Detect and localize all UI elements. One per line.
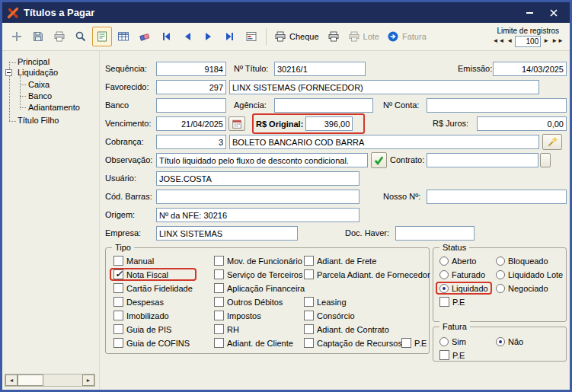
checkbox-adiant-de-cliente[interactable]: Adiant. de Cliente: [214, 338, 305, 348]
cobranca-code-field[interactable]: [156, 135, 226, 149]
clear-button[interactable]: [135, 27, 155, 46]
tree-item-caixa[interactable]: Caixa: [28, 80, 50, 90]
titulo-form: Sequência: Nº Título: Emissão: Favorecid…: [100, 51, 570, 390]
nav-prev-button[interactable]: [177, 27, 197, 46]
nav-first-button[interactable]: [156, 27, 176, 46]
nosso-num-field[interactable]: [427, 190, 567, 204]
radio-fatura-nao[interactable]: Não: [496, 336, 523, 346]
checkbox-guia-de-cofins[interactable]: Guia de COFINS: [113, 338, 193, 348]
checkbox-impostos[interactable]: Impostos: [214, 311, 305, 320]
limit-first-icon[interactable]: [492, 38, 504, 44]
vencimento-field[interactable]: [156, 116, 226, 131]
limit-input[interactable]: [515, 36, 541, 47]
radio-negociado[interactable]: Negociado: [496, 283, 563, 293]
minimize-button[interactable]: [519, 6, 539, 20]
favorecido-name-field[interactable]: [229, 80, 539, 94]
tree-item-banco[interactable]: Banco: [28, 91, 52, 101]
doc-haver-field[interactable]: [395, 226, 475, 241]
checkbox-box: [439, 297, 449, 307]
tree-item-liquidacao[interactable]: Liquidação: [18, 68, 58, 78]
tree-item-titulo-filho[interactable]: Título Filho: [18, 116, 59, 126]
checkbox-tipo-pe[interactable]: P.E: [401, 338, 427, 348]
origem-field[interactable]: [156, 208, 359, 222]
checkbox-cartao-fidelidade[interactable]: Cartão Fidelidade: [113, 283, 193, 293]
original-field[interactable]: [305, 116, 353, 131]
checkbox-aplicacao-financeira[interactable]: Aplicação Financeira: [214, 283, 305, 293]
empresa-field[interactable]: [156, 226, 298, 241]
contrato-field[interactable]: [427, 153, 538, 167]
banco-field[interactable]: [156, 98, 226, 113]
limit-last-icon[interactable]: [551, 38, 564, 44]
print-preview-button[interactable]: [50, 27, 69, 46]
cod-barras-field[interactable]: [156, 190, 359, 204]
tree-item-adiantamento[interactable]: Adiantamento: [28, 103, 80, 113]
checkbox-manual[interactable]: Manual: [113, 256, 193, 266]
new-button[interactable]: [7, 27, 27, 46]
titulo-form-view-button[interactable]: [92, 27, 112, 46]
checkbox-despesas[interactable]: Despesas: [113, 297, 193, 307]
cobranca-name-field[interactable]: [229, 135, 539, 149]
juros-field[interactable]: [477, 116, 567, 131]
emissao-field[interactable]: [493, 62, 567, 76]
checkbox-fatura-pe[interactable]: P.E: [439, 350, 466, 360]
scroll-left-icon[interactable]: [5, 374, 18, 386]
checkbox-mov-de-funcionario[interactable]: Mov. de Funcionário: [214, 256, 305, 266]
checkbox-adiant-de-contrato[interactable]: Adiant. de Contrato: [304, 324, 430, 334]
print-button[interactable]: [324, 27, 344, 46]
favorecido-code-field[interactable]: [156, 80, 226, 94]
usuario-field[interactable]: [156, 171, 359, 186]
records-button[interactable]: [241, 27, 261, 46]
grid-view-button[interactable]: [113, 27, 133, 46]
limit-prev-icon[interactable]: [506, 38, 513, 44]
checkbox-imobilizado[interactable]: Imobilizado: [113, 311, 193, 320]
checkbox-parcela-adiant-de-fornecedor[interactable]: Parcela Adiant. de Fornecedor: [304, 269, 430, 279]
checkbox-consorcio[interactable]: Consórcio: [304, 311, 430, 320]
radio-liquidado-lote[interactable]: Liquidado Lote: [496, 269, 563, 279]
nav-next-button[interactable]: [199, 27, 219, 46]
checkbox-outros-debitos[interactable]: Outros Débitos: [214, 297, 305, 307]
nav-last-button[interactable]: [220, 27, 240, 46]
collapse-icon[interactable]: [5, 69, 12, 76]
radio-bloqueado[interactable]: Bloqueado: [496, 256, 563, 266]
checkbox-rh[interactable]: RH: [214, 324, 305, 334]
sequencia-field[interactable]: [156, 62, 226, 76]
observacao-confirm-button[interactable]: [371, 152, 387, 168]
num-conta-label: Nº Conta:: [383, 98, 419, 113]
lote-button[interactable]: Lote: [345, 27, 382, 46]
num-titulo-label: Nº Título:: [234, 62, 268, 76]
checkbox-adiant-de-frete[interactable]: Adiant. de Frete: [304, 256, 430, 266]
fatura-button[interactable]: Fatura: [384, 27, 430, 46]
radio-faturado[interactable]: Faturado: [439, 269, 488, 279]
checkbox-box: [439, 350, 449, 360]
horizontal-scrollbar[interactable]: [5, 374, 95, 387]
radio-fatura-sim[interactable]: Sim: [439, 336, 466, 346]
checkbox-guia-de-pis[interactable]: Guia de PIS: [113, 324, 193, 334]
fatura-title: Fatura: [439, 321, 470, 332]
checkbox-box: [214, 256, 224, 266]
cheque-button[interactable]: Cheque: [271, 27, 322, 46]
checkbox-nota-fiscal[interactable]: Nota Fiscal: [111, 269, 195, 279]
tree-item-principal[interactable]: Principal: [18, 57, 50, 67]
search-button[interactable]: [71, 27, 91, 46]
checkbox-servico-de-terceiros[interactable]: Serviço de Terceiros: [214, 269, 305, 279]
contrato-lookup-button[interactable]: [540, 153, 551, 167]
cobranca-wizard-button[interactable]: [542, 134, 562, 150]
close-button[interactable]: [544, 6, 564, 20]
radio-aberto[interactable]: Aberto: [439, 256, 488, 266]
limit-next-icon[interactable]: [543, 38, 549, 44]
contrato-label: Contrato:: [390, 153, 424, 167]
num-conta-field[interactable]: [427, 98, 567, 113]
scrollbar-track[interactable]: [43, 374, 82, 386]
scroll-right-icon[interactable]: [82, 374, 94, 386]
calendar-button[interactable]: [228, 116, 245, 131]
close-icon: [548, 8, 559, 18]
checkbox-status-pe[interactable]: P.E: [439, 297, 488, 307]
scrollbar-thumb[interactable]: [18, 374, 43, 386]
checkbox-leasing[interactable]: Leasing: [304, 297, 430, 307]
num-titulo-field[interactable]: [274, 62, 366, 76]
radio-liquidado[interactable]: Liquidado: [437, 283, 491, 293]
save-button[interactable]: [28, 27, 48, 46]
agencia-field[interactable]: [274, 98, 373, 113]
checkbox-box: [304, 311, 314, 320]
observacao-field[interactable]: [156, 153, 368, 167]
